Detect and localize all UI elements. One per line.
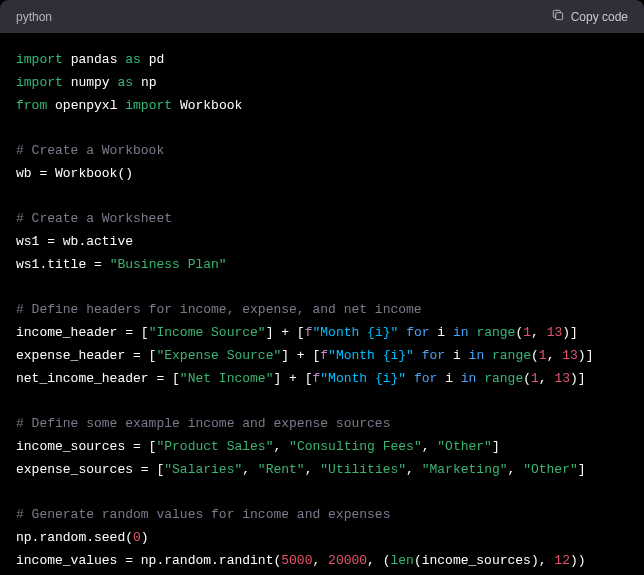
fstring-prefix: f (320, 348, 328, 363)
fstring-month: "Month {i}" (320, 371, 406, 386)
stmt-expense-header: expense_header = [ (16, 348, 156, 363)
svg-rect-0 (555, 13, 562, 20)
str-marketing: "Marketing" (422, 462, 508, 477)
num-13: 13 (562, 348, 578, 363)
kw-import: import (125, 98, 172, 113)
module-pandas: pandas (71, 52, 118, 67)
kw-as: as (125, 52, 141, 67)
code-body: import pandas as pd import numpy as np f… (0, 33, 644, 575)
str-income-source: "Income Source" (149, 325, 266, 340)
var-i: i (437, 325, 445, 340)
str-business-plan: "Business Plan" (110, 257, 227, 272)
var-i: i (445, 371, 453, 386)
num-1: 1 (523, 325, 531, 340)
kw-from: from (16, 98, 47, 113)
num-20000: 20000 (328, 553, 367, 568)
str-net-income: "Net Income" (180, 371, 274, 386)
fn-range: range (492, 348, 531, 363)
kw-in: in (469, 348, 485, 363)
kw-import: import (16, 75, 63, 90)
fstring-month: "Month {i}" (312, 325, 398, 340)
stmt-income-sources: income_sources = [ (16, 439, 156, 454)
str-utilities: "Utilities" (320, 462, 406, 477)
stmt-seed: np.random.seed( (16, 530, 133, 545)
stmt-income-values: income_values = np.random.randint( (16, 553, 281, 568)
stmt-income-header: income_header = [ (16, 325, 149, 340)
num-5000: 5000 (281, 553, 312, 568)
module-numpy: numpy (71, 75, 110, 90)
code-block: python Copy code import pandas as pd imp… (0, 0, 644, 575)
module-openpyxl: openpyxl (55, 98, 117, 113)
fn-range: range (484, 371, 523, 386)
arg-income-sources: (income_sources) (414, 553, 539, 568)
str-rent: "Rent" (258, 462, 305, 477)
str-product-sales: "Product Sales" (156, 439, 273, 454)
stmt-ws1: ws1 = wb.active (16, 234, 133, 249)
num-0: 0 (133, 530, 141, 545)
stmt-wb: wb = Workbook() (16, 166, 133, 181)
kw-as: as (117, 75, 133, 90)
stmt-title-lhs: ws1.title = (16, 257, 110, 272)
stmt-net-income-header: net_income_header = [ (16, 371, 180, 386)
kw-for: for (414, 371, 437, 386)
str-consulting-fees: "Consulting Fees" (289, 439, 422, 454)
comment: # Define some example income and expense… (16, 416, 390, 431)
num-13: 13 (547, 325, 563, 340)
str-salaries: "Salaries" (164, 462, 242, 477)
language-label: python (16, 10, 52, 24)
kw-in: in (453, 325, 469, 340)
alias-pd: pd (149, 52, 165, 67)
op-concat: ] + [ (273, 371, 312, 386)
str-other: "Other" (437, 439, 492, 454)
num-12: 12 (554, 553, 570, 568)
clipboard-icon (551, 8, 565, 25)
num-1: 1 (531, 371, 539, 386)
kw-for: for (422, 348, 445, 363)
op-concat: ] + [ (266, 325, 305, 340)
fstring-month: "Month {i}" (328, 348, 414, 363)
class-workbook: Workbook (180, 98, 242, 113)
num-1: 1 (539, 348, 547, 363)
comment: # Generate random values for income and … (16, 507, 390, 522)
fn-range: range (476, 325, 515, 340)
kw-import: import (16, 52, 63, 67)
str-other: "Other" (523, 462, 578, 477)
copy-code-button[interactable]: Copy code (551, 8, 628, 25)
kw-in: in (461, 371, 477, 386)
str-expense-source: "Expense Source" (156, 348, 281, 363)
comment: # Define headers for income, expense, an… (16, 302, 422, 317)
copy-code-label: Copy code (571, 10, 628, 24)
var-i: i (453, 348, 461, 363)
kw-for: for (406, 325, 429, 340)
comment: # Create a Worksheet (16, 211, 172, 226)
alias-np: np (141, 75, 157, 90)
op-concat: ] + [ (281, 348, 320, 363)
code-header: python Copy code (0, 0, 644, 33)
num-13: 13 (554, 371, 570, 386)
fn-len: len (391, 553, 414, 568)
stmt-expense-sources: expense_sources = [ (16, 462, 164, 477)
paren-close: ) (141, 530, 149, 545)
comment: # Create a Workbook (16, 143, 164, 158)
